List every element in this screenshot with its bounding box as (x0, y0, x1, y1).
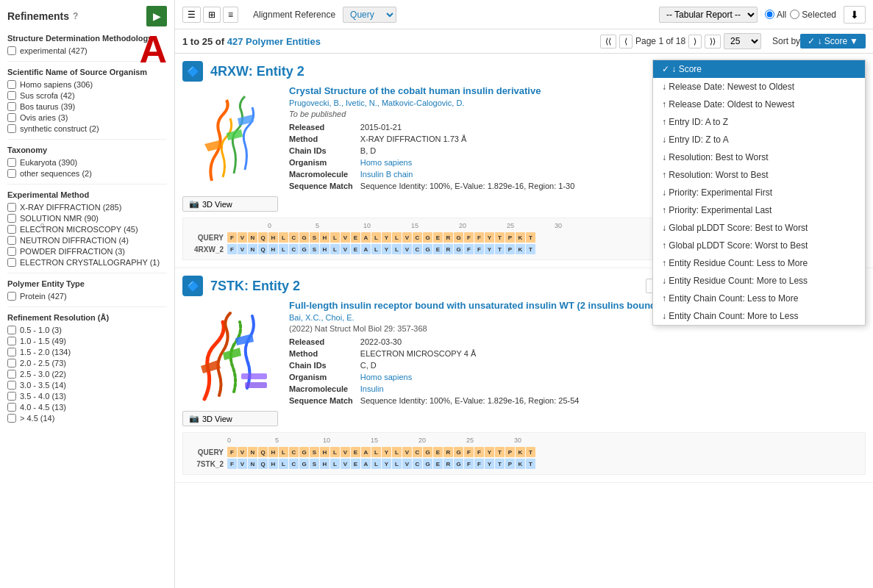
seq-residue: V (341, 244, 350, 254)
checkbox-protein[interactable] (7, 292, 16, 301)
filter-ovis-aries: Ovis aries (3) (7, 113, 167, 122)
all-radio-label[interactable]: All (765, 10, 786, 20)
checkbox-res-4-4.5[interactable] (7, 403, 16, 412)
checkbox-homo-sapiens[interactable] (7, 80, 16, 89)
checkbox-sus-scrofa[interactable] (7, 91, 16, 100)
entity-7stk-sequence: 0 5 10 15 20 25 30 QUERY FVNQHLCGSHLVEAL… (182, 432, 866, 475)
checkbox-experimental[interactable] (7, 46, 16, 55)
method-label-7stk: Method (289, 348, 353, 359)
seq-residue: F (227, 232, 237, 243)
seq-residue: V (341, 459, 350, 469)
checkbox-neutron[interactable] (7, 236, 16, 245)
checkbox-res-3-3.5[interactable] (7, 381, 16, 390)
checkbox-synthetic-construct[interactable] (7, 124, 16, 133)
page-info: Page 1 of 18 (635, 36, 685, 46)
sort-item-priority-last[interactable]: ↑ Priority: Experimental Last (653, 201, 865, 219)
seq-residue: V (341, 447, 350, 457)
sort-item-res-best[interactable]: ↓ Resolution: Best to Worst (653, 148, 865, 166)
first-page-button[interactable]: ⟨⟨ (600, 35, 616, 49)
checkbox-other-sequences[interactable] (7, 169, 16, 178)
macromolecule-label-7stk: Macromolecule (289, 384, 353, 394)
seq-query-residues-4rxw: FVNQHLCGSHLVEALYLVCGERGFFYTPKT (227, 232, 535, 243)
seq-match-label-4rxw-row: 4RXW_2 (187, 245, 227, 254)
seq-residue: L (279, 244, 288, 254)
alignment-reference-select[interactable]: Query Subject (343, 7, 396, 23)
checkbox-ovis-aries[interactable] (7, 113, 16, 122)
last-page-button[interactable]: ⟩⟩ (705, 35, 721, 49)
seq-residue: F (474, 447, 484, 457)
organism-value-7stk[interactable]: Homo sapiens (360, 372, 866, 382)
label-res-2-2.5: 2.0 - 2.5 (73) (20, 359, 66, 368)
entity-4rxw-3d-view-button[interactable]: 📷 3D View (182, 196, 278, 212)
compact-view-button[interactable]: ≡ (223, 7, 238, 23)
seq-residue: T (526, 459, 535, 469)
checkbox-res-gt-4.5[interactable] (7, 414, 16, 423)
sort-button[interactable]: ✓ ↓ Score ▼ (800, 34, 866, 49)
seq-residue: Q (258, 459, 268, 469)
checkbox-res-1.5-2[interactable] (7, 348, 16, 356)
label-bos-taurus: Bos taurus (39) (20, 102, 75, 111)
seq-residue: N (248, 244, 257, 254)
filter-res-1-1.5: 1.0 - 1.5 (49) (7, 337, 167, 345)
checkbox-nmr[interactable] (7, 214, 16, 223)
checkbox-xray[interactable] (7, 203, 16, 212)
all-radio[interactable] (765, 10, 774, 19)
seq-residue: L (392, 232, 402, 243)
sort-item-score[interactable]: ✓ ↓ Score (653, 60, 865, 78)
checkbox-eukaryota[interactable] (7, 158, 16, 167)
macromolecule-label-4rxw: Macromolecule (289, 169, 353, 179)
sidebar-header: Refinements ? ▶ (7, 6, 167, 26)
section-taxonomy: Taxonomy (7, 146, 167, 154)
checkbox-res-3.5-4[interactable] (7, 392, 16, 401)
entity-4rxw-image-wrapper (182, 85, 278, 194)
grid-view-button[interactable]: ⊞ (203, 7, 221, 23)
sort-item-priority-first[interactable]: ↓ Priority: Experimental First (653, 184, 865, 201)
per-page-select[interactable]: 25 50 100 (724, 33, 761, 49)
selected-radio-label[interactable]: Selected (790, 10, 836, 20)
next-page-button[interactable]: ⟩ (688, 35, 702, 49)
help-icon[interactable]: ? (73, 11, 78, 21)
run-search-button[interactable]: ▶ (146, 6, 167, 26)
checkbox-res-1-1.5[interactable] (7, 337, 16, 345)
sort-item-release-newest[interactable]: ↓ Release Date: Newest to Oldest (653, 78, 865, 96)
seq-residue: Y (485, 244, 494, 254)
checkbox-bos-taurus[interactable] (7, 102, 16, 111)
macromolecule-value-7stk[interactable]: Insulin (360, 384, 866, 394)
sort-item-plddt-best[interactable]: ↓ Global pLDDT Score: Best to Worst (653, 219, 865, 237)
sort-item-release-oldest[interactable]: ↑ Release Date: Oldest to Newest (653, 96, 865, 113)
seq-residue: K (516, 232, 525, 243)
label-res-3.5-4: 3.5 - 4.0 (13) (20, 392, 66, 401)
download-button[interactable]: ⬇ (844, 6, 866, 24)
checkbox-em[interactable] (7, 225, 16, 234)
sort-item-chain-more[interactable]: ↓ Entity Chain Count: More to Less (653, 307, 865, 325)
sort-item-plddt-worst[interactable]: ↑ Global pLDDT Score: Worst to Best (653, 237, 865, 254)
label-res-1-1.5: 1.0 - 1.5 (49) (20, 337, 66, 345)
filter-res-0-1: 0.5 - 1.0 (3) (7, 326, 167, 334)
sort-item-entry-za[interactable]: ↓ Entry ID: Z to A (653, 131, 865, 148)
seq-residue: A (361, 244, 371, 254)
seq-residue: F (227, 447, 237, 457)
sort-item-entry-az[interactable]: ↑ Entry ID: A to Z (653, 113, 865, 131)
list-view-button[interactable]: ☰ (182, 7, 201, 23)
entity-7stk-3d-view-button[interactable]: 📷 3D View (182, 411, 278, 426)
pagination: ⟨⟨ ⟨ Page 1 of 18 ⟩ ⟩⟩ 25 50 100 (600, 33, 761, 49)
checkbox-res-2-2.5[interactable] (7, 359, 16, 368)
checkbox-electron-xtal[interactable] (7, 258, 16, 267)
entity-7stk-title[interactable]: 7STK: Entity 2 (210, 279, 636, 294)
seq-residue: V (402, 232, 412, 243)
checkbox-res-0-1[interactable] (7, 326, 16, 334)
chain-ids-label-4rxw: Chain IDs (289, 146, 353, 156)
tabular-report-select[interactable]: -- Tabular Report -- Tabular Report (659, 7, 758, 23)
sort-item-residue-less[interactable]: ↑ Entity Residue Count: Less to More (653, 254, 865, 272)
sort-item-chain-less[interactable]: ↑ Entity Chain Count: Less to More (653, 290, 865, 307)
released-label-4rxw: Released (289, 122, 353, 132)
sort-item-res-worst[interactable]: ↑ Resolution: Worst to Best (653, 166, 865, 184)
checkbox-res-2.5-3[interactable] (7, 370, 16, 379)
checkbox-powder[interactable] (7, 247, 16, 256)
seq-residue: V (402, 447, 412, 457)
seq-residue: G (454, 244, 463, 254)
prev-page-button[interactable]: ⟨ (619, 35, 633, 49)
selected-radio[interactable] (790, 10, 799, 19)
sort-item-residue-more[interactable]: ↓ Entity Residue Count: More to Less (653, 272, 865, 290)
seq-residue: P (505, 232, 515, 243)
